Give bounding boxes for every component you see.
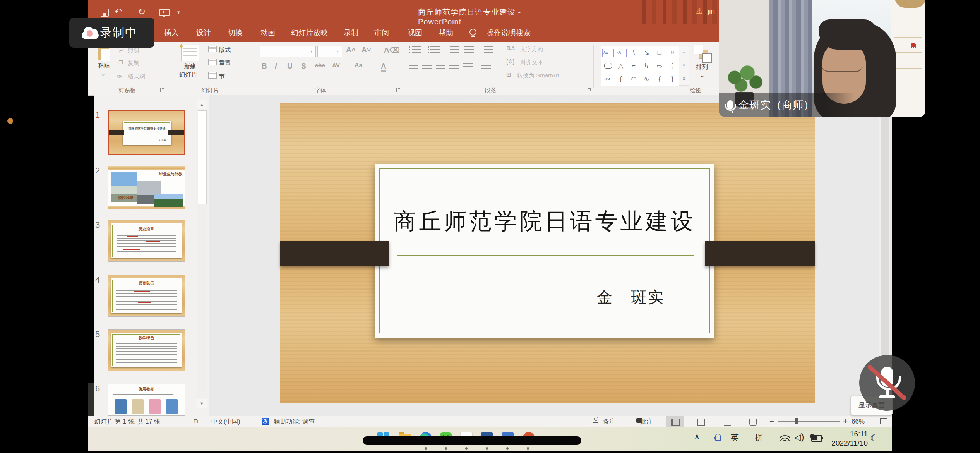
start-slideshow-icon[interactable] xyxy=(159,9,170,16)
increase-indent-icon[interactable] xyxy=(464,46,474,53)
zoom-slider-handle[interactable] xyxy=(795,418,798,424)
align-right-icon[interactable] xyxy=(436,63,445,69)
tray-expand-icon[interactable]: ∧ xyxy=(694,432,700,441)
ime-pinyin-button[interactable]: 拼 xyxy=(755,432,763,443)
strikethrough-button[interactable]: S xyxy=(301,62,306,70)
abc-strike-button[interactable]: abc xyxy=(315,62,325,69)
tab-insert[interactable]: 插入 xyxy=(164,24,179,42)
underline-button[interactable]: U xyxy=(287,62,293,70)
tray-mic-icon[interactable] xyxy=(715,434,721,441)
font-dialog-launcher[interactable] xyxy=(396,88,401,92)
layout-button[interactable]: 版式 xyxy=(219,46,231,54)
new-slide-label1[interactable]: 新建 xyxy=(176,63,204,70)
reading-view-button[interactable] xyxy=(718,416,736,427)
zoom-slider-track[interactable] xyxy=(778,421,840,422)
justify-icon[interactable] xyxy=(449,63,459,69)
normal-view-button[interactable] xyxy=(666,416,684,427)
align-center-icon[interactable] xyxy=(422,63,432,69)
battery-icon[interactable] xyxy=(811,435,822,442)
text-direction-button[interactable]: 文字方向 xyxy=(520,46,543,53)
slide-sorter-view-button[interactable] xyxy=(692,416,710,427)
ime-english-button[interactable]: 英 xyxy=(731,432,739,443)
smartart-button[interactable]: 转换为 SmartArt xyxy=(517,72,559,79)
numbering-icon[interactable] xyxy=(430,46,440,53)
font-name-combo[interactable]: ▾ xyxy=(260,46,316,57)
new-slide-icon[interactable]: ✦ xyxy=(181,45,199,61)
copy-button[interactable]: 复制 xyxy=(128,60,139,67)
shapes-gallery[interactable]: A≡ ᛫A \↘ □○ △⌐ ↳⇨ ⇩∾ ʃ◠ ∿{ } xyxy=(601,46,679,86)
paste-button[interactable]: 粘贴 xyxy=(95,62,112,69)
line-spacing-icon[interactable] xyxy=(484,46,493,53)
grow-font-button[interactable]: A˄ xyxy=(346,46,356,54)
main-scrollbar-thumb[interactable] xyxy=(881,107,889,355)
distribute-icon[interactable] xyxy=(463,63,473,70)
arrange-chevron[interactable]: ⌄ xyxy=(700,72,705,79)
slide-author-text[interactable]: 金 斑实 xyxy=(573,287,689,308)
bullets-icon[interactable] xyxy=(412,46,421,53)
tab-animations[interactable]: 动画 xyxy=(260,24,275,42)
tab-slideshow[interactable]: 幻灯片放映 xyxy=(291,24,328,42)
fit-to-window-icon[interactable] xyxy=(880,418,887,424)
language-status[interactable]: 中文(中国) xyxy=(211,418,240,426)
tray-clock[interactable]: 16:11 2022/11/10 xyxy=(824,429,868,448)
slide-thumbnail-2[interactable]: 毕业生与外教 校园风景 xyxy=(108,166,185,209)
decrease-indent-icon[interactable] xyxy=(450,46,459,53)
focus-assist-moon-icon[interactable]: ☾ xyxy=(870,433,879,444)
reset-button[interactable]: 重置 xyxy=(219,60,231,67)
floating-toolbar-pill[interactable] xyxy=(363,436,581,445)
char-spacing-button[interactable]: AV xyxy=(332,62,340,69)
paste-chevron[interactable]: ⌄ xyxy=(101,70,106,77)
tab-record[interactable]: 录制 xyxy=(344,24,358,42)
notes-button[interactable]: 备注 xyxy=(603,418,615,426)
tellme-search[interactable]: 操作说明搜索 xyxy=(487,24,531,42)
textbox-shape-icon[interactable]: A≡ xyxy=(602,49,614,57)
undo-icon[interactable]: ↶ xyxy=(114,4,122,19)
thumbnail-scrollbar-thumb[interactable] xyxy=(198,110,207,204)
slideshow-view-button[interactable] xyxy=(744,416,762,427)
section-button[interactable]: 节 xyxy=(219,73,225,80)
clear-formatting-button[interactable]: A⌫ xyxy=(384,46,400,55)
speaker-icon[interactable]: ◁) xyxy=(794,432,804,443)
change-case-button[interactable]: Aa xyxy=(355,62,362,69)
shrink-font-button[interactable]: A˅ xyxy=(362,46,371,54)
tab-help[interactable]: 帮助 xyxy=(439,24,453,42)
align-left-icon[interactable] xyxy=(409,63,418,69)
tab-view[interactable]: 视图 xyxy=(408,24,422,42)
tab-review[interactable]: 审阅 xyxy=(374,24,389,42)
arrange-button[interactable]: 排列 xyxy=(690,63,714,71)
bold-button[interactable]: B xyxy=(262,62,267,70)
clipboard-dialog-launcher[interactable] xyxy=(160,88,165,92)
mute-button[interactable] xyxy=(859,355,915,411)
slide-title-text[interactable]: 商丘师范学院日语专业建设 xyxy=(379,206,710,237)
webcam-video[interactable]: 金斑实（商师） xyxy=(719,0,925,117)
qat-customize-icon[interactable]: ▾ xyxy=(177,5,180,20)
display-settings-icon[interactable]: ⧉ xyxy=(194,418,198,425)
thumbnail-scroll-down-icon[interactable]: ▼ xyxy=(197,399,207,408)
comments-button[interactable]: 批注 xyxy=(640,418,653,426)
slide-thumbnail-1[interactable]: 商丘师范学院日语专业建设 金 斑实 xyxy=(108,110,185,155)
tab-design[interactable]: 设计 xyxy=(196,24,211,42)
zoom-in-button[interactable]: + xyxy=(843,417,848,426)
slide-thumbnail-4[interactable]: 师资队伍 xyxy=(108,275,185,317)
font-color-button[interactable]: A xyxy=(381,62,386,72)
vertical-textbox-shape-icon[interactable]: ᛫A xyxy=(615,49,627,57)
slide-thumbnail-5[interactable]: 教学特色 xyxy=(108,329,185,371)
italic-button[interactable]: I xyxy=(275,62,277,70)
redo-icon[interactable]: ↻ xyxy=(138,4,146,19)
wifi-icon[interactable] xyxy=(780,434,790,441)
tab-transitions[interactable]: 切换 xyxy=(228,24,243,42)
save-icon[interactable] xyxy=(101,9,109,17)
slide-thumbnail-6[interactable]: 使用教材 xyxy=(108,384,185,416)
columns-icon[interactable] xyxy=(481,63,491,69)
zoom-level[interactable]: 66% xyxy=(852,418,865,426)
thumbnail-scroll-up-icon[interactable]: ▲ xyxy=(197,100,207,109)
shapes-gallery-scroll[interactable]: ▲▼⊻ xyxy=(679,46,689,86)
font-size-combo[interactable]: ▾ xyxy=(317,46,342,57)
format-painter-button[interactable]: 格式刷 xyxy=(128,73,145,80)
slide-title-card[interactable] xyxy=(375,164,714,338)
paragraph-dialog-launcher[interactable] xyxy=(587,88,591,92)
accessibility-status[interactable]: 辅助功能: 调查 xyxy=(274,418,315,426)
show-desktop-divider[interactable] xyxy=(888,433,888,445)
new-slide-label2[interactable]: 幻灯片 xyxy=(173,71,204,79)
zoom-out-button[interactable]: − xyxy=(769,417,774,426)
